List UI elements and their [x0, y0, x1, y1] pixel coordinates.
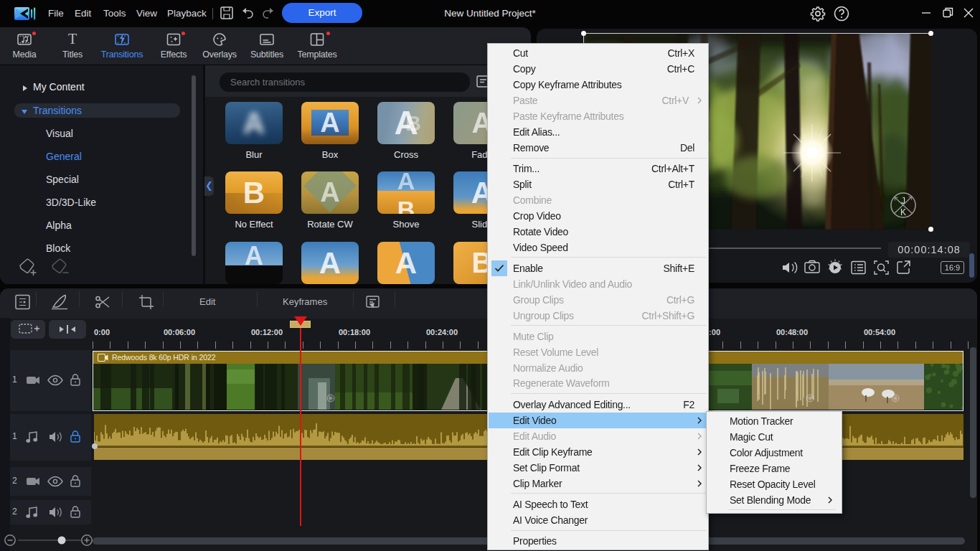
svg-text:J: J	[901, 196, 905, 206]
svg-text:T: T	[68, 32, 77, 47]
svg-text:K: K	[900, 207, 906, 217]
